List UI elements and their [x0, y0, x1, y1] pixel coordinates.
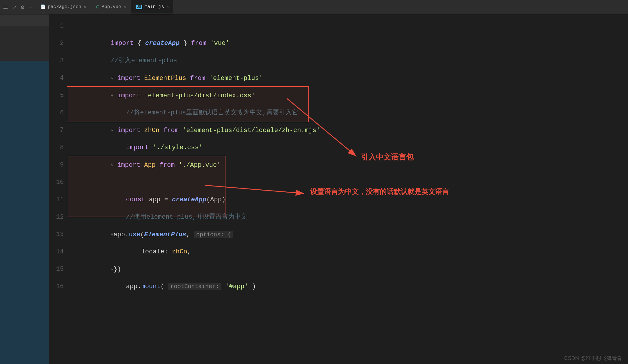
line-num-5: 5 — [49, 87, 64, 104]
tab-main-js[interactable]: JS main.js ✕ — [131, 0, 173, 14]
line-num-15: 15 — [49, 261, 64, 278]
title-bar: ☰ ⇌ ⚙ — 📄 package.json ✕ ⬡ App.vue ✕ JS … — [0, 0, 628, 14]
tab-package-json-close[interactable]: ✕ — [83, 4, 86, 9]
code-line-16 — [72, 278, 628, 295]
line-num-4: 4 — [49, 69, 64, 87]
tab-app-vue-close[interactable]: ✕ — [123, 4, 126, 9]
code-line-15: app.mount( rootContainer: '#app' ) — [72, 261, 628, 278]
line-num-13: 13 — [49, 226, 64, 243]
main-layout: 1 2 3 4 5 6 7 8 9 10 11 12 13 14 15 16 — [0, 14, 628, 364]
code-content[interactable]: import { createApp } from 'vue' //引入elem… — [70, 17, 628, 295]
code-line-14: ▽}) — [72, 243, 628, 261]
code-line-3: ▽ import ElementPlus from 'element-plus' — [72, 52, 628, 69]
sidebar — [0, 14, 49, 364]
code-line-10: const app = createApp(App) — [72, 174, 628, 191]
code-line-6: ▽ import zhCn from 'element-plus/dist/lo… — [72, 104, 628, 122]
code-line-4: ▽ import 'element-plus/dist/index.css' — [72, 69, 628, 87]
tab-main-js-close[interactable]: ✕ — [166, 4, 169, 9]
editor-area[interactable]: 1 2 3 4 5 6 7 8 9 10 11 12 13 14 15 16 — [49, 14, 628, 364]
code-line-1: import { createApp } from 'vue' — [72, 17, 628, 35]
sidebar-bottom — [0, 61, 49, 364]
menu-icon[interactable]: ☰ — [3, 3, 8, 11]
tab-app-vue[interactable]: ⬡ App.vue ✕ — [91, 0, 131, 14]
sidebar-mid — [0, 26, 49, 61]
line-num-3: 3 — [49, 52, 64, 69]
code-line-11: //使用element-plus,并设置语言为中文 — [72, 191, 628, 208]
split-icon[interactable]: ⇌ — [13, 3, 16, 11]
line-num-6: 6 — [49, 104, 64, 122]
code-line-12: ▽app.use(ElementPlus, options: { — [72, 208, 628, 226]
line-num-1: 1 — [49, 17, 64, 35]
settings-icon[interactable]: ⚙ — [21, 3, 24, 11]
line-num-7: 7 — [49, 122, 64, 139]
main-js-icon: JS — [136, 5, 142, 9]
code-line-9 — [72, 156, 628, 174]
tab-package-json-label: package.json — [48, 4, 81, 10]
line-num-14: 14 — [49, 243, 64, 261]
line-num-16: 16 — [49, 278, 64, 295]
package-json-icon: 📄 — [41, 4, 45, 9]
tab-main-js-label: main.js — [145, 4, 164, 10]
line-num-11: 11 — [49, 191, 64, 208]
code-line-2: //引入element-plus — [72, 35, 628, 52]
code-line-13: locale: zhCn, — [72, 226, 628, 243]
code-container: 1 2 3 4 5 6 7 8 9 10 11 12 13 14 15 16 — [49, 14, 628, 298]
line-num-12: 12 — [49, 208, 64, 226]
line-num-10: 10 — [49, 174, 64, 191]
app-vue-icon: ⬡ — [96, 4, 99, 9]
tab-package-json[interactable]: 📄 package.json ✕ — [36, 0, 91, 14]
sidebar-top — [0, 14, 49, 26]
bottom-bar-credit: CSDN @谁不想飞舞青春 — [558, 352, 628, 364]
line-num-2: 2 — [49, 35, 64, 52]
window-controls[interactable]: ☰ ⇌ ⚙ — — [3, 3, 32, 11]
tab-app-vue-label: App.vue — [102, 4, 121, 10]
line-numbers: 1 2 3 4 5 6 7 8 9 10 11 12 13 14 15 16 — [49, 17, 70, 295]
minimize-icon[interactable]: — — [29, 4, 32, 10]
code-line-8: ▽ import App from './App.vue' — [72, 139, 628, 156]
code-line-5: //将element-plus里面默认语言英文改为中文,需要引入它 — [72, 87, 628, 104]
line-num-8: 8 — [49, 139, 64, 156]
line-num-9: 9 — [49, 156, 64, 174]
tab-bar: 📄 package.json ✕ ⬡ App.vue ✕ JS main.js … — [36, 0, 173, 14]
code-line-7: import './style.css' — [72, 122, 628, 139]
